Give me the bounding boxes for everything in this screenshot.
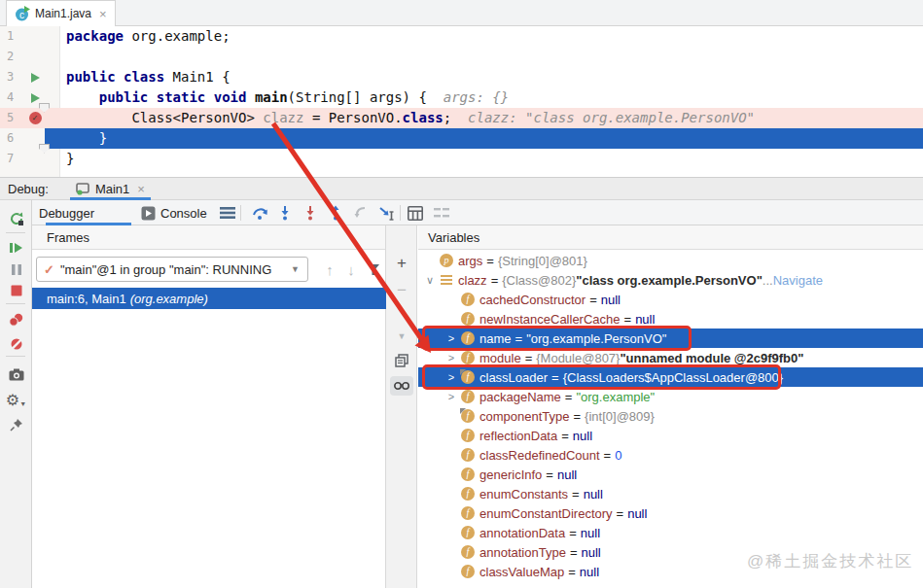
expander-icon[interactable]: > — [445, 352, 457, 363]
code-line-3[interactable]: 3public class Main1 { — [0, 67, 923, 87]
variable-name: reflectionData — [479, 429, 557, 443]
drop-frame-button[interactable] — [352, 204, 370, 222]
remove-watch-button[interactable]: − — [386, 280, 417, 301]
variable-value: "org.example.PersonVO" — [526, 331, 666, 346]
step-into-button[interactable] — [276, 204, 294, 222]
pause-button[interactable] — [0, 259, 32, 280]
variable-row-cachedConstructor[interactable]: fcachedConstructor=null — [418, 290, 923, 309]
expander-icon[interactable]: > — [445, 371, 457, 383]
evaluate-expression-button[interactable] — [407, 204, 424, 222]
variable-row-genericInfo[interactable]: fgenericInfo=null — [418, 465, 923, 484]
debug-left-toolbar: ⚙ ▼ — [0, 200, 32, 588]
variable-row-packageName[interactable]: >fpackageName="org.example" — [418, 387, 923, 406]
stack-frame-row[interactable]: main:6, Main1 (org.example) — [32, 288, 386, 309]
variable-row-clazz[interactable]: ∨clazz={Class@802} "class org.example.Pe… — [418, 270, 923, 290]
code-text: public class Main1 { — [58, 67, 231, 87]
variable-row-enumConstants[interactable]: fenumConstants=null — [418, 484, 923, 503]
variable-row-componentType[interactable]: fcomponentType={int[0]@809} — [418, 406, 923, 426]
code-line-1[interactable]: 1package org.example; — [0, 26, 923, 47]
frame-down-button[interactable]: ↓ — [341, 257, 361, 282]
settings-button[interactable]: ⚙ ▼ — [0, 389, 32, 410]
variable-row-classRedefinedCount[interactable]: fclassRedefinedCount=0 — [418, 445, 923, 465]
mute-breakpoints-button[interactable] — [0, 333, 32, 355]
frames-header: Frames — [32, 225, 385, 250]
calculator-icon — [408, 206, 423, 221]
code-editor[interactable]: 1package org.example;23public class Main… — [0, 26, 923, 177]
code-line-5[interactable]: 5✓ Class<PersonVO> clazz = PersonVO.clas… — [0, 108, 923, 128]
editor-tab-title: Main1.java — [35, 7, 91, 20]
show-watches-toggle[interactable] — [386, 375, 417, 397]
variable-row-name[interactable]: >fname="org.example.PersonVO" — [418, 329, 923, 348]
run-to-cursor-button[interactable] — [377, 204, 395, 222]
tab-debugger[interactable]: Debugger — [39, 200, 94, 225]
filter-funnel-icon — [367, 263, 380, 276]
debug-label: Debug: — [0, 182, 49, 196]
expander-icon[interactable]: > — [445, 332, 457, 344]
step-out-button[interactable] — [327, 204, 344, 222]
line-number: 7 — [0, 149, 25, 169]
variable-row-module[interactable]: >fmodule={Module@807} "unnamed module @2… — [418, 348, 923, 367]
variable-name: args — [458, 254, 482, 268]
breakpoint-icon[interactable]: ✓ — [29, 112, 42, 124]
parameter-icon: p — [440, 254, 453, 267]
stop-button[interactable] — [0, 280, 32, 301]
variable-name: enumConstants — [479, 487, 568, 502]
navigate-link[interactable]: Navigate — [773, 273, 823, 288]
variable-name: genericInfo — [479, 467, 542, 482]
variable-value: null — [582, 545, 601, 560]
thread-dump-button[interactable] — [0, 363, 32, 385]
variable-row-reflectionData[interactable]: freflectionData=null — [418, 426, 923, 445]
variable-row-classLoader[interactable]: >fclassLoader={ClassLoaders$AppClassLoad… — [418, 367, 923, 387]
variable-value: null — [573, 429, 592, 443]
camera-icon — [9, 368, 24, 381]
toolbar-separator — [6, 303, 25, 304]
editor-tab-main1[interactable]: c Main1.java × — [6, 0, 116, 26]
variable-row-newInstanceCallerCache[interactable]: fnewInstanceCallerCache=null — [418, 309, 923, 329]
tab-console[interactable]: Console — [141, 200, 207, 225]
code-content: public class Main1 { — [45, 67, 923, 87]
close-icon[interactable]: × — [137, 182, 145, 196]
code-line-4[interactable]: 4 public static void main(String[] args)… — [0, 87, 923, 108]
more-options-button[interactable] — [219, 204, 236, 222]
code-line-2[interactable]: 2 — [0, 47, 923, 67]
rerun-icon — [9, 211, 24, 226]
run-icon[interactable] — [31, 73, 40, 83]
duplicate-watch-button[interactable] — [386, 350, 417, 371]
variable-value: {ClassLoaders$AppClassLoader@800} — [563, 370, 783, 385]
variable-value: null — [584, 487, 603, 502]
variable-value: "org.example" — [576, 390, 655, 404]
close-icon[interactable]: × — [99, 7, 107, 21]
filter-button[interactable] — [364, 257, 383, 282]
field-icon: f — [461, 312, 475, 326]
step-over-icon — [252, 205, 268, 221]
debug-session-tab[interactable]: Main1 × — [70, 177, 151, 200]
resume-button[interactable] — [0, 237, 32, 259]
thread-dropdown[interactable]: ✓ "main"@1 in group "main": RUNNING ▼ — [36, 257, 308, 282]
code-line-6[interactable]: 6 } — [0, 128, 923, 149]
code-text: } — [58, 149, 74, 169]
editor-tab-bar: c Main1.java × — [0, 0, 923, 26]
scroll-down-icon[interactable]: ▼ — [386, 326, 417, 347]
pin-button[interactable] — [0, 414, 32, 435]
equals-sign: = — [604, 448, 612, 463]
run-icon[interactable] — [31, 93, 40, 103]
debug-session-icon — [76, 182, 90, 195]
add-watch-button[interactable]: + — [386, 253, 417, 274]
frame-up-button[interactable]: ↑ — [320, 257, 339, 282]
expander-icon[interactable]: ∨ — [424, 274, 436, 287]
force-step-into-button[interactable] — [302, 204, 319, 222]
field-icon: f — [461, 467, 475, 481]
variable-row-args[interactable]: pargs={String[0]@801} — [418, 251, 923, 270]
equals-sign: = — [525, 351, 533, 365]
line-number: 4 — [0, 87, 25, 108]
expander-icon[interactable]: > — [445, 391, 457, 402]
code-line-7[interactable]: 7} — [0, 149, 923, 169]
variable-value: null — [601, 293, 621, 307]
variable-row-annotationData[interactable]: fannotationData=null — [418, 523, 923, 542]
rerun-button[interactable] — [0, 208, 32, 229]
variable-row-enumConstantDirectory[interactable]: fenumConstantDirectory=null — [418, 503, 923, 523]
layout-settings-button[interactable] — [433, 204, 450, 222]
step-over-button[interactable] — [251, 204, 268, 222]
view-breakpoints-button[interactable] — [0, 309, 32, 330]
check-icon: ✓ — [44, 262, 54, 277]
